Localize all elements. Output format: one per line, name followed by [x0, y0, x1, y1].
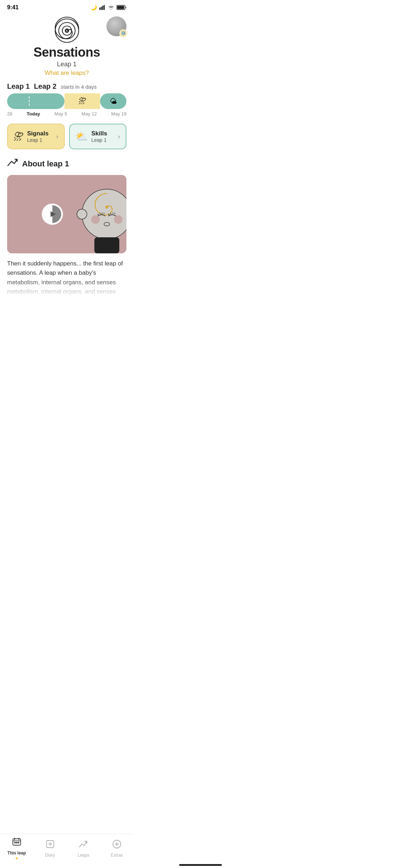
svg-rect-1 [101, 7, 102, 10]
storm-icon: ⛈ [78, 97, 86, 106]
moon-icon: 🌙 [90, 4, 97, 11]
date-may19: May 19 [111, 111, 126, 117]
about-heading-icon [7, 158, 19, 170]
signals-arrow: › [56, 133, 58, 140]
date-may5: May 5 [54, 111, 67, 117]
svg-line-12 [102, 212, 102, 214]
svg-rect-21 [94, 237, 119, 253]
profile-area[interactable]: ⚙️ [106, 16, 126, 36]
date-may12: May 12 [82, 111, 97, 117]
settings-badge[interactable]: ⚙️ [119, 29, 127, 37]
svg-rect-0 [99, 7, 100, 10]
date-28: 28 [7, 111, 12, 117]
app-title: Sensations [33, 45, 100, 60]
baby-illustration [7, 175, 126, 253]
video-thumbnail[interactable] [7, 175, 126, 253]
skills-title: Skills [92, 130, 115, 137]
svg-rect-2 [102, 6, 103, 10]
signals-card[interactable]: ⛈ Signals Leap 1 › [7, 124, 65, 149]
timeline-track: ⛈ 🌤 [7, 93, 126, 109]
about-description: Then it suddenly happens... the first le… [7, 253, 126, 296]
svg-rect-3 [104, 5, 105, 10]
svg-line-17 [115, 213, 115, 214]
gear-icon: ⚙️ [121, 31, 126, 36]
timeline-dates: 28 Today May 5 May 12 May 19 [7, 109, 126, 117]
signals-title: Signals [27, 130, 53, 137]
leap-subtitle: Leap 1 [57, 61, 77, 68]
cards-row: ⛈ Signals Leap 1 › ⛅ Skills Leap 1 › [0, 117, 134, 149]
track-right-green: 🌤 [100, 93, 126, 109]
track-leap2-yellow: ⛈ [64, 93, 100, 109]
svg-point-22 [77, 209, 87, 219]
spiral-logo [53, 16, 81, 45]
wifi-icon [108, 5, 114, 10]
status-icons: 🌙 [90, 4, 126, 11]
skills-card[interactable]: ⛅ Skills Leap 1 › [69, 124, 127, 149]
svg-point-18 [91, 215, 100, 224]
signal-icon [99, 5, 106, 10]
skills-icon: ⛅ [75, 131, 88, 143]
leap2-label: Leap 2 [34, 82, 56, 91]
status-bar: 9:41 🌙 [0, 0, 134, 13]
about-heading-text: About leap 1 [22, 159, 69, 169]
timeline-labels: Leap 1 Leap 2 starts in 4 days [7, 82, 126, 91]
about-heading: About leap 1 [7, 158, 126, 170]
battery-icon [116, 5, 126, 10]
signals-icon: ⛈ [14, 131, 24, 143]
track-dashed-line [29, 97, 30, 106]
signals-sub: Leap 1 [27, 137, 53, 143]
about-section: About leap 1 [0, 149, 134, 296]
play-button[interactable] [42, 203, 63, 225]
signals-text: Signals Leap 1 [27, 130, 53, 143]
header: ⚙️ Sensations Leap 1 What are leaps? [0, 13, 134, 77]
timeline-section: Leap 1 Leap 2 starts in 4 days ⛈ 🌤 28 To… [0, 77, 134, 117]
sun-cloud-icon: 🌤 [110, 97, 117, 105]
date-today: Today [27, 111, 40, 117]
status-time: 9:41 [7, 4, 19, 11]
skills-sub: Leap 1 [92, 137, 115, 143]
skills-text: Skills Leap 1 [92, 130, 115, 143]
starts-in-text: starts in 4 days [61, 84, 97, 90]
svg-rect-5 [117, 6, 124, 9]
leap1-label: Leap 1 [7, 82, 30, 91]
skills-arrow: › [118, 133, 120, 140]
what-are-leaps-link[interactable]: What are leaps? [45, 69, 89, 77]
track-leap1-green [7, 93, 64, 109]
svg-point-19 [114, 215, 123, 224]
